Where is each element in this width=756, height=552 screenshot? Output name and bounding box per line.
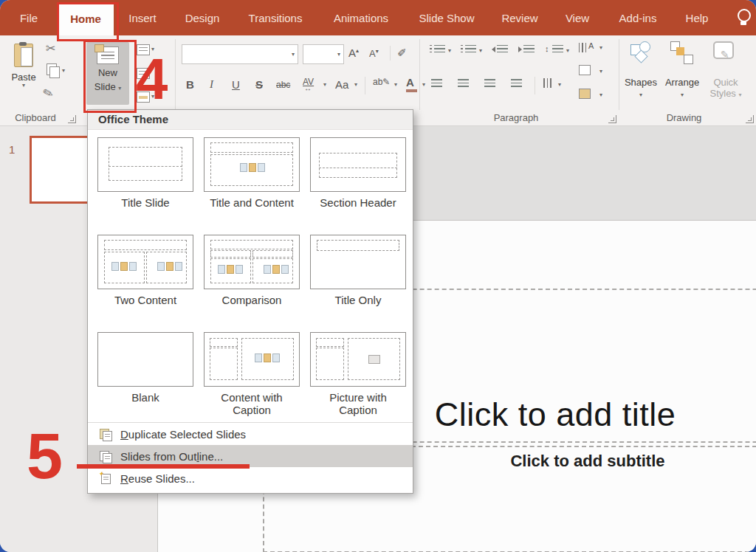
font-color-dropdown-arrow[interactable]: ▾	[422, 82, 425, 88]
bullets-icon[interactable]	[430, 45, 432, 53]
tab-slide-show[interactable]: Slide Show	[405, 0, 489, 35]
tab-insert[interactable]: Insert	[114, 0, 171, 35]
annotation-step-5: 5	[27, 424, 63, 489]
italic-button[interactable]: I	[210, 78, 213, 91]
align-right-icon[interactable]	[484, 79, 495, 87]
annotation-box-new-slide	[83, 40, 137, 113]
title-placeholder-text: Click to add title	[435, 396, 676, 441]
layout-option-section-header[interactable]: Section Header	[307, 137, 409, 223]
change-case-button[interactable]: Aa	[335, 78, 348, 91]
grow-font-button[interactable]: A▴	[348, 46, 359, 59]
line-spacing-dropdown-arrow[interactable]: ▾	[566, 48, 569, 54]
decrease-indent-bars[interactable]	[497, 45, 508, 53]
copy-icon[interactable]	[47, 63, 57, 75]
layout-thumb-title-and-content	[204, 137, 300, 192]
clipboard-dialog-launcher[interactable]	[68, 115, 76, 123]
bold-button[interactable]: B	[186, 78, 194, 91]
increase-indent-bars[interactable]	[523, 45, 535, 53]
line-spacing-icon[interactable]: ↕	[545, 44, 549, 53]
numbering-icon-bars[interactable]	[465, 45, 476, 53]
align-center-icon[interactable]	[458, 79, 469, 87]
align-left-icon[interactable]	[431, 79, 442, 87]
numbering-icon[interactable]	[461, 45, 463, 53]
layout-option-picture-with-caption[interactable]: Picture with Caption	[307, 332, 409, 418]
cut-icon[interactable]: ✂	[46, 41, 55, 55]
layout-option-title-only[interactable]: Title Only	[307, 235, 409, 320]
layout-option-comparison[interactable]: Comparison	[201, 235, 303, 320]
quick-styles-brush-icon: ✎	[721, 49, 729, 61]
underline-button[interactable]: U	[232, 78, 240, 91]
tell-me-lightbulb-icon[interactable]	[735, 8, 752, 27]
tab-view[interactable]: View	[551, 0, 604, 35]
layout-option-title-and-content[interactable]: Title and Content	[201, 137, 303, 223]
bullets-dropdown-arrow[interactable]: ▾	[448, 48, 451, 54]
change-case-dropdown-arrow[interactable]: ▾	[354, 82, 357, 88]
arrange-icon-2	[684, 55, 693, 64]
smartart-dropdown-arrow[interactable]: ▾	[599, 92, 602, 98]
layout-thumb-comparison	[204, 235, 300, 289]
paragraph-dialog-launcher[interactable]	[608, 115, 616, 123]
layout-thumb-two-content	[97, 235, 193, 289]
tab-help[interactable]: Help	[672, 0, 722, 35]
highlight-button[interactable]: ab✎	[373, 77, 390, 87]
subtitle-placeholder-text: Click to add subtitle	[510, 447, 664, 471]
menu-item-reuse-slides[interactable]: ✦ Reuse Slides...	[88, 467, 413, 489]
justify-icon[interactable]	[511, 79, 522, 87]
decrease-indent-icon[interactable]	[492, 46, 495, 52]
drawing-group-label: Drawing	[619, 112, 749, 123]
tab-review[interactable]: Review	[489, 0, 551, 35]
line-spacing-bars[interactable]	[552, 45, 563, 53]
powerpoint-window: File Home Insert Design Transitions Anim…	[0, 0, 756, 552]
tab-animations[interactable]: Animations	[317, 0, 405, 35]
arrange-button[interactable]: Arrange ▾	[662, 77, 703, 99]
numbering-dropdown-arrow[interactable]: ▾	[479, 48, 482, 54]
highlight-dropdown-arrow[interactable]: ▾	[394, 82, 397, 88]
layout-thumb-title-only	[310, 235, 406, 289]
font-size-combo[interactable]: ▾	[303, 44, 344, 64]
format-painter-icon[interactable]: ✎	[41, 85, 55, 103]
text-direction-icon[interactable]	[579, 43, 587, 52]
text-shadow-abc-button[interactable]: abc	[276, 80, 290, 90]
character-spacing-arrows: ↔	[304, 84, 312, 92]
menu-item-duplicate-selected-slides[interactable]: Duplicate Selected Slides	[88, 423, 413, 445]
increase-indent-icon[interactable]	[518, 46, 522, 52]
columns-icon[interactable]	[543, 78, 551, 88]
menu-item-list: Duplicate Selected Slides Slides from Ou…	[88, 422, 413, 489]
menu-header: Office Theme	[88, 110, 413, 130]
font-name-combo[interactable]: ▾	[182, 44, 298, 64]
layout-option-blank[interactable]: Blank	[94, 332, 196, 418]
tab-file[interactable]: File	[0, 0, 58, 35]
quick-styles-button[interactable]: Quick Styles ▾	[703, 77, 749, 99]
tab-add-ins[interactable]: Add-ins	[604, 0, 672, 35]
font-color-button[interactable]: A	[406, 76, 417, 92]
drawing-dialog-launcher[interactable]	[746, 115, 754, 123]
strikethrough-button[interactable]: S	[255, 78, 263, 91]
layout-option-two-content[interactable]: Two Content	[94, 235, 196, 320]
clear-formatting-button[interactable]: ✐	[397, 46, 407, 60]
layout-thumb-title-slide	[97, 137, 193, 192]
layout-option-title-slide[interactable]: Title Slide	[94, 137, 196, 223]
copy-dropdown-arrow[interactable]: ▾	[62, 68, 65, 74]
paste-dropdown-arrow[interactable]: ▾	[22, 83, 25, 89]
align-text-icon[interactable]	[579, 65, 591, 75]
align-text-dropdown-arrow[interactable]: ▾	[599, 69, 602, 75]
char-spacing-dropdown-arrow[interactable]: ▾	[323, 82, 326, 88]
tab-transitions[interactable]: Transitions	[233, 0, 317, 35]
layout-thumb-content-with-caption	[204, 332, 300, 387]
text-direction-dropdown-arrow[interactable]: ▾	[599, 45, 602, 51]
layout-thumb-picture-with-caption	[310, 332, 406, 387]
bullets-icon-bars[interactable]	[434, 45, 445, 53]
font-divider2	[365, 77, 365, 94]
shapes-button[interactable]: Shapes ▾	[622, 77, 659, 99]
columns-dropdown-arrow[interactable]: ▾	[558, 82, 561, 88]
clipboard-group-label: Clipboard	[0, 112, 71, 123]
paste-clipboard-icon	[14, 44, 33, 67]
paste-button[interactable]: Paste ▾	[6, 41, 41, 106]
layout-option-content-with-caption[interactable]: Content with Caption	[201, 332, 303, 418]
smartart-icon[interactable]	[579, 89, 591, 99]
reuse-slides-icon: ✦	[100, 473, 112, 484]
shrink-font-button[interactable]: A▾	[369, 48, 379, 59]
annotation-box-home-tab	[57, 2, 119, 41]
tab-design[interactable]: Design	[171, 0, 233, 35]
slides-from-outline-icon	[100, 451, 112, 462]
